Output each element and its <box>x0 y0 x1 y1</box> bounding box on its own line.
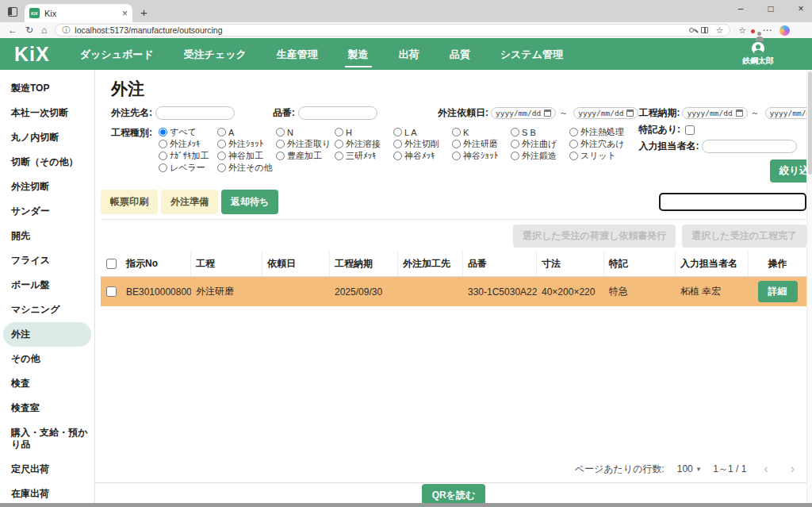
process-type-option[interactable]: 外注溶接 <box>335 138 393 150</box>
process-type-option[interactable]: 外注切削 <box>393 138 452 150</box>
row-checkbox[interactable] <box>106 286 117 297</box>
sidebar-item[interactable]: 切断（その他） <box>0 150 94 175</box>
process-type-option[interactable]: 神谷ｼｮｯﾄ <box>452 150 511 162</box>
process-type-radio[interactable] <box>393 140 402 148</box>
close-window-icon[interactable]: × <box>795 3 807 14</box>
sidebar-item[interactable]: 本社一次切断 <box>0 101 94 125</box>
process-due-to-input[interactable]: yyyy/mm/dd <box>765 107 812 119</box>
process-type-radio[interactable] <box>452 128 461 136</box>
process-type-option[interactable]: K <box>452 126 511 138</box>
process-type-radio[interactable] <box>159 152 167 160</box>
sidebar-item[interactable]: 定尺出荷 <box>0 457 94 482</box>
process-type-radio[interactable] <box>393 152 402 160</box>
sidebar-item[interactable]: 外注 <box>3 322 91 347</box>
process-type-radio[interactable] <box>569 140 578 148</box>
nav-item[interactable]: システム管理 <box>497 41 566 67</box>
process-type-option[interactable]: レベラー <box>159 162 217 174</box>
operator-name-input[interactable] <box>702 140 797 153</box>
next-page-icon[interactable]: › <box>786 462 799 476</box>
process-type-option[interactable]: 外注穴あけ <box>569 138 628 150</box>
scrollbar-thumb[interactable] <box>808 71 812 175</box>
process-type-option[interactable]: N <box>276 126 335 138</box>
close-tab-icon[interactable]: × <box>122 8 128 19</box>
process-type-option[interactable]: 外注曲げ <box>511 138 569 150</box>
scan-input[interactable] <box>659 193 806 211</box>
process-type-radio[interactable] <box>335 152 343 160</box>
sidebar-item[interactable]: 購入・支給・預かり品 <box>0 421 94 457</box>
process-type-radio[interactable] <box>276 152 285 160</box>
process-type-option[interactable]: 三研ﾒｯｷ <box>335 150 393 162</box>
sidebar-item[interactable]: フライス <box>0 248 94 273</box>
process-type-radio[interactable] <box>217 140 226 148</box>
process-type-radio[interactable] <box>159 163 167 172</box>
view-tab[interactable]: 返却待ち <box>221 190 278 214</box>
nav-item[interactable]: 受注チェック <box>181 41 250 67</box>
process-type-option[interactable]: スリット <box>569 150 628 162</box>
sidebar-item[interactable]: 開先 <box>0 224 94 248</box>
process-type-option[interactable]: 外注歪取り <box>276 138 335 150</box>
minimize-icon[interactable]: – <box>734 3 747 14</box>
process-type-option[interactable]: A <box>217 126 276 138</box>
process-type-radio[interactable] <box>335 128 343 136</box>
prev-page-icon[interactable]: ‹ <box>759 462 772 476</box>
new-tab-icon[interactable]: + <box>140 6 147 19</box>
url-text[interactable]: localhost:5173/manufacture/outsourcing <box>75 25 684 35</box>
view-tab[interactable]: 帳票印刷 <box>101 190 158 214</box>
process-type-radio[interactable] <box>217 152 226 160</box>
browser-tab[interactable]: KIX Kix × <box>25 4 132 22</box>
calendar-icon[interactable] <box>544 109 551 117</box>
process-type-radio[interactable] <box>217 128 226 136</box>
process-type-option[interactable]: S B <box>511 126 569 138</box>
process-type-radio[interactable] <box>569 152 578 160</box>
refresh-icon[interactable]: ↻ <box>25 25 33 36</box>
sidebar-item[interactable]: 製造TOP <box>0 76 94 101</box>
process-type-option[interactable]: 神谷ﾒｯｷ <box>393 150 452 162</box>
request-date-to-input[interactable]: yyyy/mm/dd <box>573 107 638 119</box>
process-type-radio[interactable] <box>452 152 461 160</box>
process-type-radio[interactable] <box>569 128 578 136</box>
process-type-option[interactable]: 外注熱処理 <box>569 126 628 138</box>
vertical-scrollbar[interactable] <box>806 70 812 503</box>
process-type-radio[interactable] <box>276 140 285 148</box>
site-info-icon[interactable]: ⓘ <box>62 25 70 36</box>
view-tab[interactable]: 外注準備 <box>161 190 218 214</box>
process-type-radio[interactable] <box>452 140 461 148</box>
rows-per-page-select[interactable]: 100 ▾ <box>677 463 701 474</box>
sidebar-item[interactable]: ボール盤 <box>0 273 94 298</box>
nav-item[interactable]: 品質 <box>446 41 473 67</box>
part-number-input[interactable] <box>298 106 377 120</box>
special-note-checkbox[interactable] <box>685 125 695 135</box>
process-type-radio[interactable] <box>217 163 226 172</box>
sidebar-item[interactable]: サンダー <box>0 199 94 224</box>
sidebar-item[interactable]: 検査室 <box>0 396 94 421</box>
calendar-icon[interactable] <box>736 109 743 117</box>
maximize-icon[interactable]: □ <box>764 3 777 14</box>
process-type-option[interactable]: すべて <box>159 126 217 138</box>
nav-item[interactable]: 製造 <box>345 41 372 67</box>
process-due-from-input[interactable]: yyyy/mm/dd <box>682 107 747 119</box>
process-type-radio[interactable] <box>335 140 343 148</box>
collections-icon[interactable]: ☆ <box>738 25 746 36</box>
process-type-option[interactable]: 外注ｼｮｯﾄ <box>217 138 276 150</box>
request-date-from-input[interactable]: yyyy/mm/dd <box>491 107 556 119</box>
complete-process-button[interactable]: 選択した受注の工程完了 <box>682 225 806 248</box>
app-logo[interactable]: KiX <box>14 43 50 66</box>
home-icon[interactable]: ⌂ <box>41 25 47 36</box>
sidebar-item[interactable]: 検査 <box>0 371 94 396</box>
supplier-name-input[interactable] <box>155 106 235 120</box>
split-screen-icon[interactable] <box>701 27 708 33</box>
sidebar-item[interactable]: マシニング <box>0 298 94 322</box>
back-icon[interactable]: ← <box>8 25 17 36</box>
process-type-option[interactable]: 外注研磨 <box>452 138 511 150</box>
process-type-option[interactable]: L A <box>393 126 452 138</box>
issue-delivery-request-button[interactable]: 選択した受注の荷渡し依頼書発行 <box>513 225 676 248</box>
copilot-icon[interactable] <box>779 25 790 36</box>
process-type-radio[interactable] <box>511 152 519 160</box>
process-type-option[interactable]: 外注鍛造 <box>511 150 569 162</box>
process-type-option[interactable]: 外注ﾒｯｷ <box>159 138 217 150</box>
browser-menu-icon[interactable]: ⋯ <box>762 25 772 36</box>
favorite-star-icon[interactable]: ☆ <box>715 25 723 36</box>
tab-overview-icon[interactable] <box>8 7 17 17</box>
url-bar[interactable]: ⓘ localhost:5173/manufacture/outsourcing… <box>55 24 730 36</box>
sidebar-item[interactable]: その他 <box>0 347 94 371</box>
